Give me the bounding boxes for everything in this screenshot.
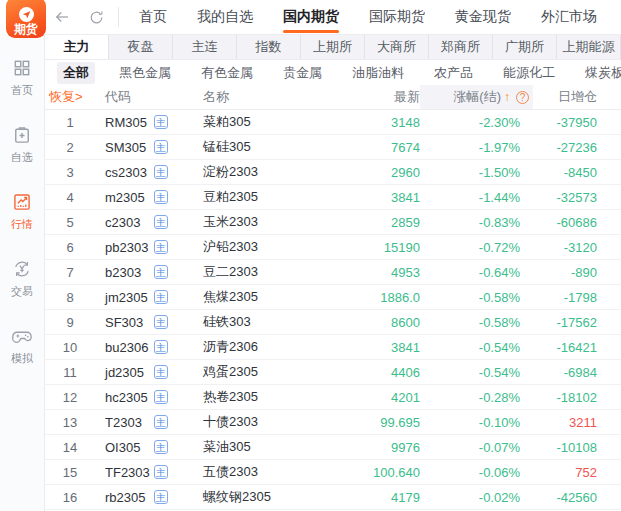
table-row[interactable]: 6 pb2303 主 沪铅2303 15190 -0.72% -3120 xyxy=(45,235,621,260)
cat-ferrous-metals[interactable]: 黑色金属 xyxy=(113,62,177,84)
code-cell: jd2305 主 xyxy=(95,360,200,384)
cat-oils-oilseeds[interactable]: 油脂油料 xyxy=(346,62,410,84)
change-percent: -0.07% xyxy=(420,435,520,459)
table-row[interactable]: 11 jd2305 主 鸡蛋2305 4406 -0.54% -6984 xyxy=(45,360,621,385)
nav-home[interactable]: 首页 xyxy=(139,0,167,34)
sidebar-item-quotes[interactable]: 行情 xyxy=(11,192,33,232)
tab-shfe[interactable]: 上期所 xyxy=(301,35,365,59)
tab-night-session[interactable]: 夜盘 xyxy=(109,35,173,59)
table-row[interactable]: 8 jm2305 主 焦煤2305 1886.0 -0.58% -1798 xyxy=(45,285,621,310)
table-row[interactable]: 4 m2305 主 豆粕2305 3841 -1.44% -32573 xyxy=(45,185,621,210)
oi-daily-change: -60686 xyxy=(520,210,597,234)
code-cell: SF303 主 xyxy=(95,310,200,334)
oi-daily-change: -17562 xyxy=(520,310,597,334)
last-price: 7674 xyxy=(332,135,420,159)
sidebar-item-label: 模拟 xyxy=(11,351,33,366)
row-index: 4 xyxy=(45,185,95,209)
last-price: 4406 xyxy=(332,360,420,384)
oi-daily-change: 3211 xyxy=(520,410,597,434)
back-icon[interactable] xyxy=(52,7,72,27)
row-index: 8 xyxy=(45,285,95,309)
nav-my-watchlist[interactable]: 我的自选 xyxy=(197,0,253,34)
nav-forex-market[interactable]: 外汇市场 xyxy=(541,0,597,34)
sidebar-item-watchlist[interactable]: 自选 xyxy=(11,125,33,165)
table-row[interactable]: 7 b2303 主 豆二2303 4953 -0.64% -890 xyxy=(45,260,621,285)
tab-index[interactable]: 指数 xyxy=(237,35,301,59)
main-contract-badge: 主 xyxy=(154,365,168,379)
nav-domestic-futures[interactable]: 国内期货 xyxy=(283,0,339,34)
divider xyxy=(118,7,119,27)
table-row[interactable]: 12 hc2305 主 热卷2305 4201 -0.28% -18102 xyxy=(45,385,621,410)
header-name[interactable]: 名称 xyxy=(200,85,332,109)
nav-international-futures[interactable]: 国际期货 xyxy=(369,0,425,34)
contract-name: 玉米2303 xyxy=(200,210,332,234)
refresh-icon[interactable] xyxy=(86,7,106,27)
restore-sort-button[interactable]: 恢复> xyxy=(45,85,95,109)
contract-name: 沪铅2303 xyxy=(200,235,332,259)
last-price: 1886.0 xyxy=(332,285,420,309)
main-contract-badge: 主 xyxy=(154,190,168,204)
table-row[interactable]: 5 c2303 主 玉米2303 2859 -0.83% -60686 xyxy=(45,210,621,235)
tab-gfex[interactable]: 广期所 xyxy=(493,35,557,59)
sidebar-item-label: 自选 xyxy=(11,150,33,165)
header-last-price[interactable]: 最新 xyxy=(332,85,420,109)
table-row[interactable]: 9 SF303 主 硅铁303 8600 -0.58% -17562 xyxy=(45,310,621,335)
code-cell: pb2303 主 xyxy=(95,235,200,259)
row-index: 3 xyxy=(45,160,95,184)
table-row[interactable]: 2 SM305 主 锰硅305 7674 -1.97% -27236 xyxy=(45,135,621,160)
contract-name: 热卷2305 xyxy=(200,385,332,409)
table-row[interactable]: 1 RM305 主 菜粕305 3148 -2.30% -37950 xyxy=(45,110,621,135)
sidebar-item-label: 行情 xyxy=(11,217,33,232)
cat-all[interactable]: 全部 xyxy=(57,62,95,84)
cat-nonferrous-metals[interactable]: 有色金属 xyxy=(195,62,259,84)
header-change-sorted[interactable]: 涨幅(结) ↑ ? xyxy=(420,85,533,109)
last-price: 3148 xyxy=(332,110,420,134)
row-index: 1 xyxy=(45,110,95,134)
change-percent: -0.28% xyxy=(420,385,520,409)
row-index: 11 xyxy=(45,360,95,384)
nav-gold-spot[interactable]: 黄金现货 xyxy=(455,0,511,34)
header-code[interactable]: 代码 xyxy=(95,85,200,109)
main-contract-badge: 主 xyxy=(154,265,168,279)
tab-ine[interactable]: 上期能源 xyxy=(557,35,621,59)
sidebar-item-simulation[interactable]: 模拟 xyxy=(11,326,33,366)
sidebar-item-home[interactable]: 首页 xyxy=(11,58,33,98)
contract-code: cs2303 xyxy=(105,165,152,180)
tab-main-contracts[interactable]: 主力 xyxy=(45,35,109,59)
table-row[interactable]: 10 bu2306 主 沥青2306 3841 -0.54% -16421 xyxy=(45,335,621,360)
last-price: 9976 xyxy=(332,435,420,459)
cat-coal[interactable]: 煤炭板块 xyxy=(579,62,621,84)
main-contract-badge: 主 xyxy=(154,390,168,404)
change-percent: -0.54% xyxy=(420,335,520,359)
cat-agricultural[interactable]: 农产品 xyxy=(428,62,479,84)
trade-yen-icon xyxy=(12,259,32,281)
row-index: 16 xyxy=(45,485,95,509)
sidebar-item-label: 首页 xyxy=(11,83,33,98)
tab-dce[interactable]: 大商所 xyxy=(365,35,429,59)
change-percent: -0.72% xyxy=(420,235,520,259)
tab-continuous[interactable]: 主连 xyxy=(173,35,237,59)
code-cell: T2303 主 xyxy=(95,410,200,434)
help-icon[interactable]: ? xyxy=(516,91,529,104)
code-cell: TF2303 主 xyxy=(95,460,200,484)
table-row[interactable]: 3 cs2303 主 淀粉2303 2960 -1.50% -8450 xyxy=(45,160,621,185)
table-row[interactable]: 15 TF2303 主 五债2303 100.640 -0.06% 752 xyxy=(45,460,621,485)
table-row[interactable]: 13 T2303 主 十债2303 99.695 -0.10% 3211 xyxy=(45,410,621,435)
simulation-gamepad-icon xyxy=(11,326,33,348)
tab-czce[interactable]: 郑商所 xyxy=(429,35,493,59)
change-percent: -0.83% xyxy=(420,210,520,234)
sidebar-item-trade[interactable]: 交易 xyxy=(11,259,33,299)
last-price: 4953 xyxy=(332,260,420,284)
table-row[interactable]: 16 rb2305 主 螺纹钢2305 4179 -0.02% -42560 xyxy=(45,485,621,510)
cat-precious-metals[interactable]: 贵金属 xyxy=(277,62,328,84)
sort-ascending-icon: ↑ xyxy=(504,90,510,104)
last-price: 3841 xyxy=(332,335,420,359)
oi-daily-change: -8450 xyxy=(520,160,597,184)
table-row[interactable]: 14 OI305 主 菜油305 9976 -0.07% -10108 xyxy=(45,435,621,460)
contract-code: SM305 xyxy=(105,140,152,155)
top-bar: 期货 首页 我的自选 国内期货 国际期货 黄金现货 外汇市场 xyxy=(0,0,621,34)
main-contract-badge: 主 xyxy=(154,240,168,254)
cat-energy-chemicals[interactable]: 能源化工 xyxy=(497,62,561,84)
header-oi-change[interactable]: 日增仓 xyxy=(533,85,597,109)
oi-daily-change: -27236 xyxy=(520,135,597,159)
